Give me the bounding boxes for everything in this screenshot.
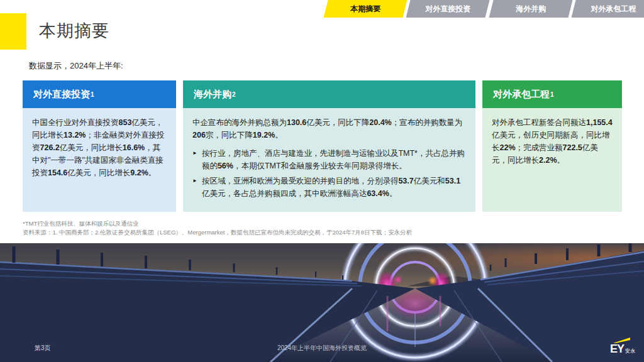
bullet-triangle-icon: ► xyxy=(192,147,197,172)
card-paragraph: 中企宣布的海外并购总额为130.6亿美元，同比下降20.4%；宣布的并购数量为2… xyxy=(192,116,466,141)
tab-label: 本期摘要 xyxy=(326,0,405,18)
footer-doc-title: 2024年上半年中国海外投资概览 xyxy=(0,344,644,353)
card-odi: 对外直接投资1 中国全行业对外直接投资853亿美元，同比增长13.2%；非金融类… xyxy=(23,80,176,212)
bullet-text: 按行业，房地产、酒店与建造业，先进制造与运输业以及TMT*，共占总并购额的56%… xyxy=(202,147,466,172)
card-paragraph: 中国全行业对外直接投资853亿美元，同比增长13.2%；非金融类对外直接投资72… xyxy=(32,116,167,179)
list-item: ► 按行业，房地产、酒店与建造业，先进制造与运输业以及TMT*，共占总并购额的5… xyxy=(192,147,466,172)
summary-cards: 对外直接投资1 中国全行业对外直接投资853亿美元，同比增长13.2%；非金融类… xyxy=(23,80,622,212)
card-odi-body: 中国全行业对外直接投资853亿美元，同比增长13.2%；非金融类对外直接投资72… xyxy=(23,108,176,212)
tab-duiwai-zhijie-touzi[interactable]: 对外直接投资 xyxy=(406,0,490,18)
card-contracting-header: 对外承包工程1 xyxy=(482,80,622,108)
tab-benqi-zhaiyao[interactable]: 本期摘要 xyxy=(324,0,408,18)
page-title: 本期摘要 xyxy=(39,19,109,42)
tab-label: 海外并购 xyxy=(491,0,570,18)
card-title: 对外承包工程 xyxy=(493,89,550,101)
section-tabbar: 本期摘要 对外直接投资 海外并购 对外承包工程 xyxy=(326,0,644,18)
card-paragraph: 对外承包工程新签合同额达1,155.4亿美元，创历史同期新高，同比增长22%；完… xyxy=(492,116,613,167)
bullet-triangle-icon: ► xyxy=(192,175,197,200)
footnotes: *TMT行业包括科技、媒体和娱乐以及通信业 资料来源：1. 中国商务部；2.伦敦… xyxy=(23,219,412,237)
bullet-text: 按区域，亚洲和欧洲为最受欢迎的并购目的地，分别录得53.7亿美元和53.1亿美元… xyxy=(202,175,466,200)
card-contracting: 对外承包工程1 对外承包工程新签合同额达1,155.4亿美元，创历史同期新高，同… xyxy=(482,80,622,212)
card-contracting-body: 对外承包工程新签合同额达1,155.4亿美元，创历史同期新高，同比增长22%；完… xyxy=(482,108,622,212)
card-odi-header: 对外直接投资1 xyxy=(23,80,176,108)
ey-logo-text: EY xyxy=(610,343,624,354)
card-title-sup: 1 xyxy=(550,91,554,98)
footnote-tmt: *TMT行业包括科技、媒体和娱乐以及通信业 xyxy=(23,219,412,228)
card-bullet-list: ► 按行业，房地产、酒店与建造业，先进制造与运输业以及TMT*，共占总并购额的5… xyxy=(192,147,466,200)
ey-logo: EY 安永 xyxy=(610,337,635,354)
card-title: 海外并购 xyxy=(194,89,231,101)
tab-label: 对外直接投资 xyxy=(408,0,487,18)
page-subtitle: 数据显示，2024年上半年: xyxy=(29,60,123,72)
tab-duiwai-chengbao-gongcheng[interactable]: 对外承包工程 xyxy=(571,0,644,18)
footnote-sources: 资料来源：1. 中国商务部；2.伦敦证券交易所集团（LSEG）、Mergerma… xyxy=(23,228,412,237)
card-title-sup: 2 xyxy=(232,91,236,98)
card-title-sup: 1 xyxy=(91,91,94,98)
tab-label: 对外承包工程 xyxy=(574,0,644,18)
card-title: 对外直接投资 xyxy=(33,89,90,101)
tab-haiwai-binggou[interactable]: 海外并购 xyxy=(489,0,572,18)
list-item: ► 按区域，亚洲和欧洲为最受欢迎的并购目的地，分别录得53.7亿美元和53.1亿… xyxy=(192,175,466,200)
yellow-corner-block xyxy=(0,13,26,50)
card-ma-body: 中企宣布的海外并购总额为130.6亿美元，同比下降20.4%；宣布的并购数量为2… xyxy=(183,108,475,212)
card-ma-header: 海外并购2 xyxy=(183,80,475,108)
card-ma: 海外并购2 中企宣布的海外并购总额为130.6亿美元，同比下降20.4%；宣布的… xyxy=(183,80,475,212)
ey-logo-cn: 安永 xyxy=(625,348,635,354)
